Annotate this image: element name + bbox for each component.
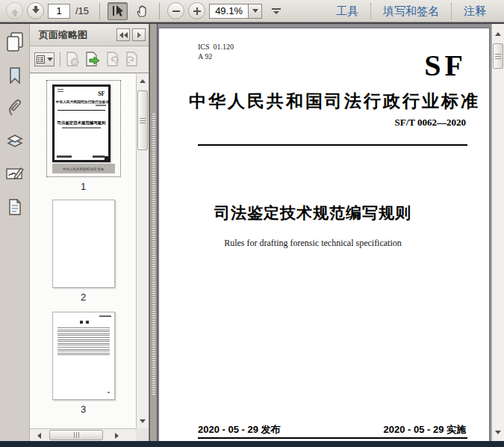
select-tool-button[interactable] [108, 2, 128, 20]
fill-sign-link[interactable]: 填写和签名 [371, 3, 451, 19]
mini-title: 司法鉴定技术规范编写规则 [57, 120, 105, 126]
triangle-left-icon [37, 433, 41, 439]
minus-icon [172, 10, 180, 12]
layers-icon [6, 133, 24, 149]
pages-icon [5, 31, 25, 52]
mini-corner-square [105, 156, 109, 161]
page-thumbnails-panel: 页面缩略图 [30, 24, 149, 441]
triangle-down-icon [495, 431, 501, 434]
release-date: 2020 - 05 - 29 发布 [198, 423, 281, 437]
scroll-right-button[interactable] [111, 430, 122, 441]
collapse-panel-button[interactable] [116, 28, 130, 41]
toolbar-bottom-edge [0, 22, 504, 24]
delete-page-icon [66, 52, 80, 68]
mini-toc-title [80, 321, 89, 324]
comment-link[interactable]: 注释 [452, 3, 498, 19]
mini-toc-pagenum [108, 392, 110, 393]
triangle-up-icon [495, 32, 501, 36]
select-tool-icon [111, 4, 125, 18]
page-number-input[interactable] [48, 4, 70, 19]
mini-publisher-bar: 中华人民共和国司法部 发布 [52, 164, 115, 173]
window-bottom-edge [0, 441, 504, 447]
chevron-down-icon [47, 58, 53, 61]
thumbnail-item-1[interactable]: SF 中华人民共和国司法行政行业标准 司法鉴定技术规范编写规则 中华人民共和国司… [30, 80, 137, 192]
previous-page-button[interactable] [6, 2, 23, 19]
implement-date: 2020 - 05 - 29 实施 [383, 423, 466, 437]
triangle-up-icon [140, 79, 146, 83]
plus-icon [193, 10, 201, 12]
panel-splitter[interactable] [149, 24, 158, 441]
mini-toc-header [99, 315, 111, 317]
document-page: ICS 01.120A 92 SF 中华人民共和国司法行政行业标准 SF/T 0… [158, 28, 490, 441]
extract-page-button[interactable] [85, 52, 101, 68]
scrollbar-thumb[interactable] [493, 43, 503, 69]
signatures-tab[interactable] [0, 161, 30, 187]
page-total-label: /15 [75, 5, 89, 16]
toolbar-overflow-button[interactable] [272, 8, 281, 14]
thumbnail-page-2[interactable] [52, 200, 115, 288]
mini-release-date [57, 155, 72, 158]
mini-rule [57, 110, 105, 111]
mini-heading: 中华人民共和国司法行政行业标准 [55, 99, 107, 104]
thumbnails-vertical-scrollbar[interactable] [136, 74, 149, 428]
comments-list-tab[interactable] [0, 194, 30, 220]
document-title-english: Rules for drafting forensic technical sp… [159, 238, 467, 249]
hand-tool-icon [135, 4, 149, 18]
zoom-level-value[interactable]: 49.1% [209, 4, 248, 19]
next-page-button[interactable] [27, 2, 44, 19]
scroll-up-button[interactable] [492, 28, 504, 40]
scroll-down-button[interactable] [492, 427, 504, 438]
zoom-out-button[interactable] [167, 2, 184, 19]
thumbnail-page-1[interactable]: SF 中华人民共和国司法行政行业标准 司法鉴定技术规范编写规则 [52, 84, 111, 162]
toolbar-separator [60, 52, 60, 67]
thumbnail-item-2[interactable]: 2 [30, 200, 137, 303]
toolbar-separator [99, 3, 100, 19]
chevron-down-icon [273, 11, 279, 14]
expand-panel-button[interactable] [132, 28, 146, 41]
scrollbar-thumb[interactable] [49, 430, 103, 440]
main-toolbar: /15 49.1% 工具 填写和签名 注释 [0, 0, 504, 22]
thumbnails-horizontal-scrollbar[interactable] [30, 428, 149, 441]
scroll-down-button[interactable] [137, 416, 149, 427]
thumbnail-label: 1 [81, 181, 86, 192]
zoom-dropdown-button[interactable] [248, 4, 262, 19]
mini-toc-lines [57, 327, 110, 356]
paperclip-icon [7, 99, 23, 118]
thumbnail-list: SF 中华人民共和国司法行政行业标准 司法鉴定技术规范编写规则 中华人民共和国司… [30, 74, 149, 428]
triangle-right-icon [115, 433, 119, 439]
ics-code: ICS 01.120A 92 [198, 42, 234, 61]
thumbnail-selection: SF 中华人民共和国司法行政行业标准 司法鉴定技术规范编写规则 中华人民共和国司… [46, 80, 121, 177]
thumbnail-item-3[interactable]: 3 [30, 312, 137, 415]
mini-standard-no [96, 105, 106, 106]
chevron-down-icon [252, 9, 258, 13]
bookmarks-tab[interactable] [0, 63, 30, 88]
scroll-up-button[interactable] [137, 75, 149, 87]
mini-implement-date [93, 155, 105, 158]
page-thumbnails-tab[interactable] [0, 28, 30, 55]
scrollbar-thumb[interactable] [137, 90, 148, 150]
header-rule [198, 144, 467, 146]
bookmark-icon [8, 67, 22, 84]
standard-logo: SF [424, 48, 467, 83]
rotate-right-button[interactable] [125, 52, 140, 68]
layers-tab[interactable] [0, 129, 30, 154]
footer-rule [198, 437, 467, 439]
hand-tool-button[interactable] [131, 2, 152, 20]
arrow-down-icon [32, 9, 40, 13]
document-viewport[interactable]: ICS 01.120A 92 SF 中华人民共和国司法行政行业标准 SF/T 0… [158, 24, 491, 441]
zoom-in-button[interactable] [188, 2, 205, 19]
toolbar-separator [159, 3, 160, 19]
thumbnails-toolbar [30, 46, 149, 73]
tools-link[interactable]: 工具 [324, 3, 370, 19]
attachments-tab[interactable] [0, 96, 30, 121]
rotate-left-icon [106, 52, 120, 68]
options-menu-button[interactable] [34, 52, 55, 67]
zoom-level-control[interactable]: 49.1% [209, 4, 262, 19]
overflow-line-icon [272, 8, 281, 10]
signature-icon [5, 166, 25, 182]
thumbnail-page-3[interactable] [52, 312, 115, 400]
rotate-left-button[interactable] [106, 52, 120, 68]
delete-page-button[interactable] [66, 52, 80, 68]
scroll-left-button[interactable] [33, 430, 45, 441]
document-vertical-scrollbar[interactable] [491, 24, 504, 441]
